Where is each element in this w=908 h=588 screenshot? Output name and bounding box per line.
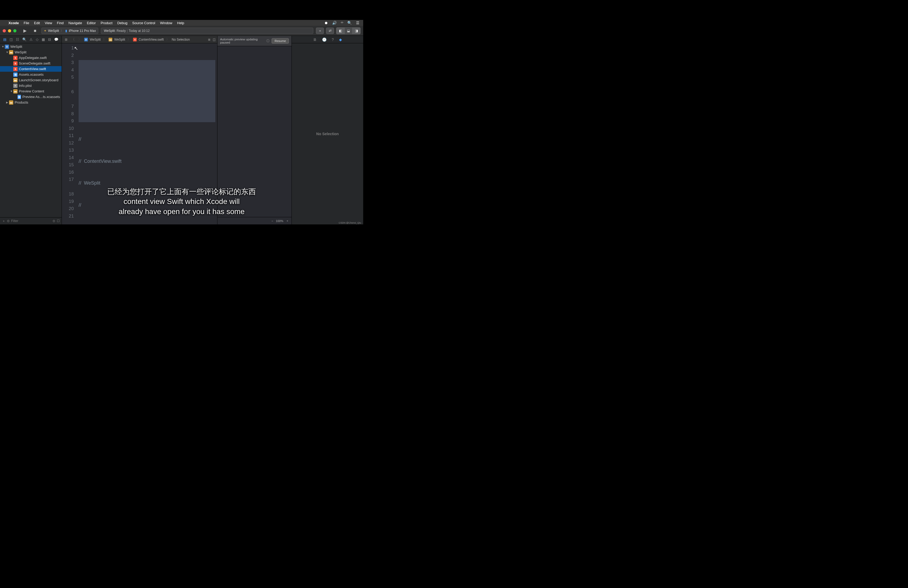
minimize-window-button[interactable] [8, 29, 11, 32]
zoom-in-icon[interactable]: ＋ [286, 219, 289, 223]
issue-navigator-tab[interactable]: ⚠ [29, 37, 33, 42]
tree-label: Preview Content [19, 89, 44, 93]
test-navigator-tab[interactable]: ◇ [36, 37, 39, 42]
menu-view[interactable]: View [45, 21, 52, 25]
code-review-button[interactable]: ⇄ [326, 27, 334, 34]
wifi-icon[interactable]: ⌔ [341, 21, 343, 25]
menu-find[interactable]: Find [57, 21, 63, 25]
run-button[interactable]: ▶ [21, 27, 29, 34]
inspector-tabs: 🗎 🕘 ? ◆ [292, 36, 363, 43]
close-window-button[interactable] [3, 29, 6, 32]
menu-navigate[interactable]: Navigate [69, 21, 82, 25]
source-control-navigator-tab[interactable]: ◫ [10, 37, 13, 42]
scheme-destination-selector[interactable]: ✦ WeSplit 〉 ▮ iPhone 11 Pro Max [42, 27, 98, 34]
canvas-preview: Automatic preview updating paused ⓘ Resu… [217, 36, 291, 224]
tree-label: ContentView.swift [19, 67, 46, 71]
tree-label: Info.plist [19, 84, 32, 88]
menu-window[interactable]: Window [160, 21, 172, 25]
filter-input[interactable] [11, 219, 51, 223]
app-menu[interactable]: Xcode [8, 21, 19, 25]
text-selection [79, 60, 215, 122]
scheme-label: WeSplit [48, 29, 59, 33]
tree-label: LaunchScreen.storyboard [19, 78, 58, 82]
tree-file-selected[interactable]: sContentView.swift [0, 66, 61, 72]
menu-file[interactable]: File [24, 21, 29, 25]
history-inspector-tab[interactable]: 🕘 [322, 37, 327, 42]
add-icon[interactable]: ＋ [2, 219, 5, 223]
volume-icon[interactable]: 🔊 [332, 21, 336, 25]
toggle-debug-area-button[interactable]: ⬓ [345, 27, 352, 34]
screen-record-icon[interactable]: ⏺ [324, 21, 328, 25]
tree-group[interactable]: ▼▬Preview Content [0, 89, 61, 94]
info-icon[interactable]: ⓘ [266, 39, 269, 43]
tree-file[interactable]: ▬LaunchScreen.storyboard [0, 77, 61, 83]
tree-file[interactable]: ▦Preview As…ts.xcassets [0, 94, 61, 100]
menu-edit[interactable]: Edit [34, 21, 40, 25]
jump-crumb[interactable]: No Selection [172, 38, 190, 42]
mouse-cursor-icon: ↖ [74, 45, 78, 52]
jump-crumb[interactable]: ▬WeSplit [109, 38, 125, 42]
code-body[interactable]: ↖ 1234 5 6 78910111213141516 17 18192021… [62, 43, 217, 224]
file-inspector-tab[interactable]: 🗎 [313, 37, 317, 42]
tree-label: WeSplit [10, 45, 22, 48]
activity-status-bar: WeSplit: Ready | Today at 10:12 [101, 27, 313, 34]
toggle-navigator-button[interactable]: ◧ [336, 27, 345, 34]
window-traffic-lights[interactable] [3, 29, 16, 32]
toggle-inspector-button[interactable]: ◨ [352, 27, 360, 34]
back-button[interactable]: 〈 [70, 37, 76, 42]
minimap-toggle-icon[interactable]: ≣ [208, 38, 211, 42]
line-gutter: 1234 5 6 78910111213141516 17 18192021 [62, 43, 76, 224]
recent-filter-icon[interactable]: ⊙ [53, 219, 55, 223]
banner-text: Automatic preview updating paused [220, 38, 264, 44]
code-line: // [79, 201, 217, 209]
menu-product[interactable]: Product [101, 21, 113, 25]
tree-file[interactable]: sSceneDelegate.swift [0, 61, 61, 66]
filter-icon: ⊙ [7, 219, 10, 223]
zoom-window-button[interactable] [13, 29, 16, 32]
tree-file[interactable]: ≡Info.plist [0, 83, 61, 89]
adjust-editor-icon[interactable]: ◫ [213, 38, 216, 42]
menu-debug[interactable]: Debug [118, 21, 127, 25]
code-line: // [79, 136, 217, 143]
navigator-panel: ▤ ◫ ☷ 🔍 ⚠ ◇ ▦ ⊟ 💬 ▼⊞WeSplit ▼▬WeSplit sA… [0, 36, 62, 224]
library-button[interactable]: ＋ [316, 27, 324, 34]
menu-source-control[interactable]: Source Control [132, 21, 155, 25]
breakpoint-navigator-tab[interactable]: ⊟ [48, 37, 51, 42]
preview-paused-banner: Automatic preview updating paused ⓘ Resu… [217, 36, 291, 46]
tree-label: SceneDelegate.swift [19, 61, 50, 65]
project-navigator-tab[interactable]: ▤ [3, 37, 6, 42]
preview-footer: − 100% ＋ [217, 217, 291, 224]
spotlight-icon[interactable]: 🔍 [347, 21, 352, 25]
watermark: CSDN @Chenxi_Qiu [339, 221, 361, 224]
attributes-inspector-tab[interactable]: ◆ [339, 37, 342, 42]
zoom-level[interactable]: 100% [276, 219, 283, 222]
symbol-navigator-tab[interactable]: ☷ [16, 37, 19, 42]
stop-button[interactable]: ■ [31, 27, 39, 34]
tree-file[interactable]: ▦Assets.xcassets [0, 72, 61, 77]
tree-group[interactable]: ▼▬WeSplit [0, 49, 61, 55]
debug-navigator-tab[interactable]: ▦ [42, 37, 45, 42]
menu-editor[interactable]: Editor [87, 21, 96, 25]
inspector-empty-state: No Selection [292, 43, 363, 224]
find-navigator-tab[interactable]: 🔍 [22, 37, 27, 42]
code-line: // WeSplit [79, 180, 217, 187]
resume-button[interactable]: Resume [272, 38, 289, 43]
help-inspector-tab[interactable]: ? [332, 37, 334, 42]
forward-button[interactable]: 〉 [77, 37, 82, 42]
jump-crumb[interactable]: ⊞WeSplit [84, 38, 101, 42]
status-time: Today at 10:12 [129, 29, 150, 33]
tree-group[interactable]: ▶▬Products [0, 100, 61, 105]
code-line: // ContentView.swift [79, 158, 217, 165]
tree-label: Preview As…ts.xcassets [22, 95, 60, 99]
zoom-out-icon[interactable]: − [271, 219, 273, 222]
jump-crumb[interactable]: sContentView.swift [133, 38, 164, 42]
tree-label: Assets.xcassets [19, 72, 43, 76]
report-navigator-tab[interactable]: 💬 [54, 37, 58, 42]
control-center-icon[interactable]: ☰ [356, 21, 359, 25]
related-items-icon[interactable]: ⊞ [63, 38, 69, 42]
tree-file[interactable]: sAppDelegate.swift [0, 55, 61, 61]
navigator-tabs: ▤ ◫ ☷ 🔍 ⚠ ◇ ▦ ⊟ 💬 [0, 36, 61, 43]
menu-help[interactable]: Help [177, 21, 184, 25]
scm-filter-icon[interactable]: ☐ [57, 219, 60, 223]
tree-project-root[interactable]: ▼⊞WeSplit [0, 44, 61, 49]
